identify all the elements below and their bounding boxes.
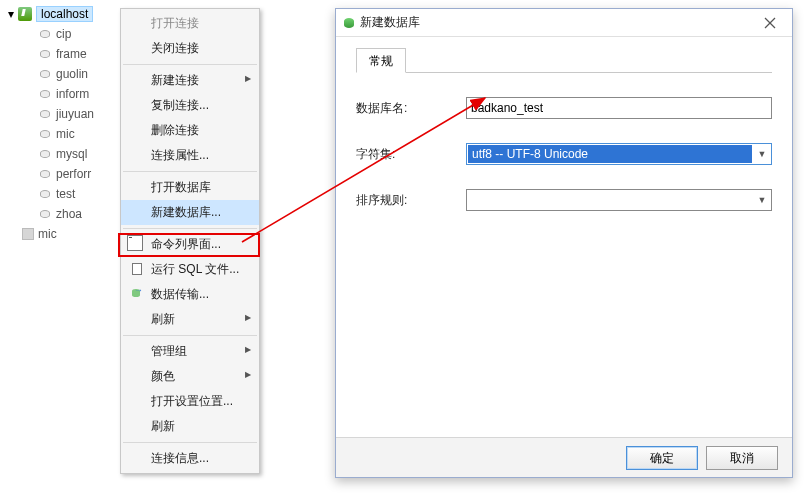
dialog-title: 新建数据库: [360, 14, 420, 31]
menu-new-connection[interactable]: 新建连接▶: [121, 68, 259, 93]
menu-open-database[interactable]: 打开数据库: [121, 175, 259, 200]
cli-icon: [127, 235, 143, 251]
database-icon: [38, 168, 52, 180]
dialog-tabs: 常规: [356, 47, 772, 73]
database-icon: [38, 28, 52, 40]
menu-command-line[interactable]: 命令列界面...: [121, 232, 259, 257]
dropdown-icon: ▼: [753, 195, 771, 205]
dialog-footer: 确定 取消: [336, 437, 792, 477]
database-icon: [38, 208, 52, 220]
menu-color[interactable]: 颜色▶: [121, 364, 259, 389]
select-charset-value: utf8 -- UTF-8 Unicode: [468, 145, 752, 163]
submenu-arrow-icon: ▶: [245, 313, 251, 322]
collapse-icon: ▾: [8, 7, 18, 21]
menu-close-connection[interactable]: 关闭连接: [121, 36, 259, 61]
menu-divider: [123, 335, 257, 336]
menu-connection-info[interactable]: 连接信息...: [121, 446, 259, 471]
menu-duplicate-connection[interactable]: 复制连接...: [121, 93, 259, 118]
database-icon: [38, 188, 52, 200]
menu-header: 打开连接: [121, 11, 259, 36]
submenu-arrow-icon: ▶: [245, 74, 251, 83]
database-icon: [38, 108, 52, 120]
menu-divider: [123, 228, 257, 229]
tree-root-label: localhost: [36, 6, 93, 22]
database-icon: [38, 48, 52, 60]
data-transfer-icon: [127, 285, 143, 301]
ok-button[interactable]: 确定: [626, 446, 698, 470]
menu-run-sql[interactable]: 运行 SQL 文件...: [121, 257, 259, 282]
input-database-name[interactable]: [466, 97, 772, 119]
select-charset[interactable]: utf8 -- UTF-8 Unicode ▼: [466, 143, 772, 165]
database-icon: [342, 16, 356, 30]
menu-data-transfer[interactable]: 数据传输...: [121, 282, 259, 307]
menu-manage-group[interactable]: 管理组▶: [121, 339, 259, 364]
menu-delete-connection[interactable]: 删除连接: [121, 118, 259, 143]
database-icon: [38, 88, 52, 100]
cancel-button[interactable]: 取消: [706, 446, 778, 470]
menu-divider: [123, 442, 257, 443]
close-icon: [764, 17, 776, 29]
menu-refresh[interactable]: 刷新▶: [121, 307, 259, 332]
database-icon: [38, 68, 52, 80]
menu-new-database[interactable]: 新建数据库...: [121, 200, 259, 225]
menu-refresh[interactable]: 刷新: [121, 414, 259, 439]
dialog-titlebar[interactable]: 新建数据库: [336, 9, 792, 37]
menu-open-settings-location[interactable]: 打开设置位置...: [121, 389, 259, 414]
label-database-name: 数据库名:: [356, 100, 466, 117]
label-charset: 字符集:: [356, 146, 466, 163]
menu-connection-properties[interactable]: 连接属性...: [121, 143, 259, 168]
dropdown-icon: ▼: [753, 149, 771, 159]
select-collation[interactable]: ▼: [466, 189, 772, 211]
submenu-arrow-icon: ▶: [245, 345, 251, 354]
label-collation: 排序规则:: [356, 192, 466, 209]
database-icon: [38, 148, 52, 160]
tab-general[interactable]: 常规: [356, 48, 406, 73]
database-icon: [38, 128, 52, 140]
close-button[interactable]: [748, 9, 792, 37]
placeholder-icon: [22, 228, 34, 240]
server-icon: [18, 7, 32, 21]
submenu-arrow-icon: ▶: [245, 370, 251, 379]
new-database-dialog: 新建数据库 常规 数据库名: 字符集: utf8 -- UTF-8 Unicod…: [335, 8, 793, 478]
menu-divider: [123, 64, 257, 65]
connection-context-menu: 打开连接 关闭连接 新建连接▶ 复制连接... 删除连接 连接属性... 打开数…: [120, 8, 260, 474]
menu-divider: [123, 171, 257, 172]
sql-file-icon: [127, 260, 143, 276]
